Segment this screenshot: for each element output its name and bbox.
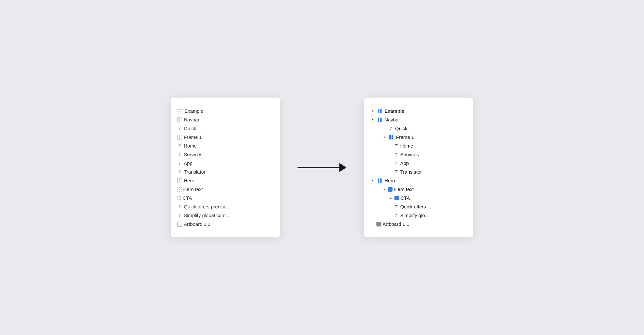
svg-rect-0 — [177, 118, 179, 122]
right-quick-offers-icon: T — [393, 204, 399, 209]
left-navbar-row[interactable]: Navbar — [177, 115, 274, 124]
left-hero-icon — [177, 178, 182, 183]
right-app-row[interactable]: T App — [370, 159, 467, 168]
right-simplify-row[interactable]: T Simplify glo... — [370, 211, 467, 220]
right-app-label: App — [400, 160, 409, 166]
right-services-icon: T — [393, 152, 399, 157]
right-translator-row[interactable]: T Translator — [370, 168, 467, 176]
left-quick-label: Quick — [184, 126, 196, 131]
left-app-icon: T — [177, 161, 182, 166]
left-frame1-row[interactable]: Frame 1 — [177, 133, 274, 141]
right-translator-icon: T — [393, 169, 399, 174]
left-frame1-label: Frame 1 — [184, 134, 202, 140]
svg-rect-3 — [180, 135, 182, 139]
right-simplify-icon: T — [393, 213, 399, 218]
right-root-label: Example — [384, 108, 404, 114]
right-panel: ▾ Example ▾ Navbar T Quick — [364, 98, 473, 237]
left-root-item[interactable]: Example — [177, 107, 274, 115]
left-quick-offers-precise-row[interactable]: T Quick offers precise ... — [177, 202, 274, 211]
left-hero-text-icon — [177, 187, 182, 192]
left-quick-row[interactable]: T Quick — [177, 124, 274, 133]
right-services-row[interactable]: T Services — [370, 150, 467, 159]
right-root-icon — [376, 109, 383, 113]
right-root-chevron: ▾ — [370, 109, 375, 113]
right-home-label: Home — [400, 143, 413, 148]
left-navbar-icon — [177, 117, 182, 122]
right-artboard-row[interactable]: Artboard 1 1 — [370, 220, 467, 228]
left-services-label: Services — [184, 152, 203, 157]
right-artboard-icon — [376, 222, 381, 226]
left-frame1-icon — [177, 135, 182, 140]
left-quick-offers-precise-label: Quick offers precise ... — [184, 204, 232, 209]
right-frame1-row[interactable]: ▾ Frame 1 — [370, 133, 467, 141]
svg-rect-1 — [180, 118, 182, 122]
right-hero-text-row[interactable]: ▾ Hero text — [370, 185, 467, 194]
left-services-row[interactable]: T Services — [177, 150, 274, 159]
right-hero-row[interactable]: ▾ Hero — [370, 176, 467, 185]
right-cta-chevron: ▶ — [388, 196, 393, 200]
svg-rect-4 — [177, 178, 179, 183]
left-simplify-icon: T — [177, 213, 182, 218]
left-panel: Example Navbar T Quick — [171, 98, 280, 237]
right-quick-row[interactable]: T Quick — [370, 124, 467, 133]
left-services-icon: T — [177, 152, 182, 157]
hamburger-icon — [177, 109, 183, 113]
right-hero-chevron: ▾ — [370, 179, 375, 182]
right-cta-row[interactable]: ▶ CTA — [370, 194, 467, 202]
right-quick-offers-row[interactable]: T Quick offers ... — [370, 202, 467, 211]
right-cta-icon — [394, 196, 399, 200]
right-artboard-label: Artboard 1 1 — [383, 221, 409, 227]
right-frame1-icon — [388, 135, 394, 139]
left-cta-icon — [177, 196, 181, 200]
right-hero-label: Hero — [384, 178, 395, 183]
right-hero-text-icon — [388, 187, 393, 192]
left-cta-row[interactable]: CTA — [177, 194, 274, 202]
left-quick-offers-precise-icon: T — [177, 204, 182, 209]
left-hero-row[interactable]: Hero — [177, 176, 274, 185]
left-artboard-row[interactable]: Artboard 1 1 — [177, 220, 274, 228]
left-simplify-row[interactable]: T Simplify global com... — [177, 211, 274, 220]
arrow-container — [293, 163, 351, 172]
left-quick-icon: T — [177, 126, 182, 131]
left-artboard-label: Artboard 1 1 — [184, 221, 211, 227]
arrow — [298, 163, 346, 172]
right-navbar-label: Navbar — [384, 117, 400, 122]
right-quick-icon: T — [388, 126, 393, 131]
left-app-row[interactable]: T App — [177, 159, 274, 168]
right-hero-text-label: Hero text — [394, 187, 414, 192]
arrow-head — [339, 163, 346, 172]
right-cta-label: CTA — [401, 195, 410, 201]
main-container: Example Navbar T Quick — [0, 0, 644, 335]
left-cta-label: CTA — [183, 195, 192, 201]
left-hero-text-row[interactable]: Hero text — [177, 185, 274, 194]
right-quick-label: Quick — [395, 126, 407, 131]
right-navbar-icon — [376, 118, 383, 122]
left-translator-label: Translator — [184, 169, 205, 175]
right-root-item[interactable]: ▾ Example — [370, 107, 467, 115]
arrow-line — [298, 167, 339, 168]
right-frame1-chevron: ▾ — [382, 135, 386, 139]
right-services-label: Services — [400, 152, 419, 157]
right-frame1-label: Frame 1 — [396, 134, 414, 140]
left-root-label: Example — [185, 108, 203, 114]
left-hero-text-label: Hero text — [183, 187, 203, 192]
right-hero-text-chevron: ▾ — [382, 187, 386, 191]
left-translator-row[interactable]: T Translator — [177, 168, 274, 176]
left-home-label: Home — [184, 143, 197, 148]
left-simplify-label: Simplify global com... — [184, 213, 230, 218]
right-home-icon: T — [393, 143, 399, 148]
left-home-row[interactable]: T Home — [177, 141, 274, 150]
right-simplify-label: Simplify glo... — [400, 213, 429, 218]
left-app-label: App — [184, 160, 193, 166]
left-translator-icon: T — [177, 169, 182, 174]
svg-rect-5 — [180, 178, 182, 183]
left-navbar-label: Navbar — [184, 117, 199, 122]
svg-rect-2 — [177, 135, 179, 139]
right-navbar-row[interactable]: ▾ Navbar — [370, 115, 467, 124]
right-quick-offers-label: Quick offers ... — [400, 204, 431, 209]
right-app-icon: T — [393, 161, 399, 166]
left-home-icon: T — [177, 143, 182, 148]
right-home-row[interactable]: T Home — [370, 141, 467, 150]
right-hero-icon — [376, 178, 383, 183]
left-hero-label: Hero — [184, 178, 194, 183]
